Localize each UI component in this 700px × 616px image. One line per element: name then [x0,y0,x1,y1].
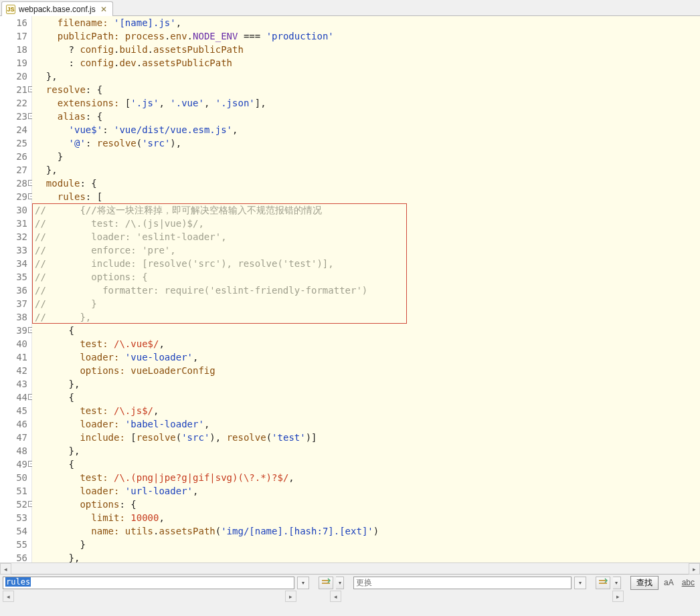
code-line[interactable]: : config.dev.assetsPublicPath [32,56,700,70]
tab-filename: webpack.base.conf.js [19,5,96,14]
code-line[interactable]: options: { [32,498,700,511]
line-number: 19 [0,56,27,70]
code-line[interactable]: }, [32,551,700,562]
match-case-toggle[interactable]: aA [661,578,677,587]
line-number: 35 [0,270,27,284]
line-number: 42 [0,364,27,377]
code-line[interactable]: options: vueLoaderConfig [32,364,700,377]
code-line[interactable]: // include: [resolve('src'), resolve('te… [32,257,700,270]
code-line[interactable]: loader: 'babel-loader', [32,417,700,431]
scroll-right-icon[interactable]: ▸ [689,563,700,575]
line-number: 50 [0,471,27,484]
code-line[interactable]: } [32,150,700,163]
code-line[interactable]: { [32,391,700,404]
code-line[interactable]: filename: '[name].js', [32,16,700,29]
code-line[interactable]: // formatter: require('eslint-friendly-f… [32,284,700,297]
code-area[interactable]: filename: '[name].js', publicPath: proce… [32,16,700,562]
line-number: 24 [0,123,27,136]
code-line[interactable]: { [32,457,700,471]
code-line[interactable]: test: /\.vue$/, [32,337,700,350]
line-number-gutter[interactable]: -------- 1617181920212223242526272829303… [0,16,32,562]
editor-horizontal-scrollbar[interactable]: ◂ ▸ [0,562,700,574]
code-line[interactable]: test: /\.js$/, [32,404,700,417]
line-number: 29 [0,190,27,203]
replace-history-dropdown[interactable]: ▾ [574,577,586,589]
replace-input[interactable] [353,577,572,589]
code-line[interactable]: '@': resolve('src'), [32,136,700,150]
scroll-left-icon[interactable]: ◂ [330,591,341,602]
line-number: 32 [0,230,27,243]
line-number: 25 [0,136,27,150]
line-number: 27 [0,163,27,177]
code-editor[interactable]: -------- 1617181920212223242526272829303… [0,16,700,575]
line-number: 55 [0,538,27,551]
code-line[interactable]: // options: { [32,270,700,284]
replace-options-button[interactable] [596,577,610,589]
code-line[interactable]: test: /\.(png|jpe?g|gif|svg)(\?.*)?$/, [32,471,700,484]
code-line[interactable]: }, [32,444,700,457]
code-line[interactable]: name: utils.assetsPath('img/[name].[hash… [32,524,700,538]
code-line[interactable]: } [32,538,700,551]
find-input[interactable]: rules [3,577,294,589]
find-options-button[interactable] [319,577,333,589]
line-number: 16 [0,16,27,29]
close-icon[interactable]: ✕ [100,5,107,14]
code-line[interactable]: ? config.build.assetsPublicPath [32,43,700,56]
code-line[interactable]: }, [32,70,700,83]
search-button[interactable]: 查找 [630,576,659,590]
code-line[interactable]: publicPath: process.env.NODE_ENV === 'pr… [32,29,700,43]
line-number: 26 [0,150,27,163]
code-line[interactable]: // loader: 'eslint-loader', [32,230,700,243]
code-line[interactable]: // test: /\.(js|vue)$/, [32,217,700,230]
code-line[interactable]: extensions: ['.js', '.vue', '.json'], [32,96,700,110]
code-line[interactable]: rules: [ [32,190,700,203]
line-number: 28 [0,177,27,190]
line-number: 43 [0,377,27,391]
line-number: 40 [0,337,27,350]
find-replace-bar: rules ▾ ▾ ▾ ▾ 查找 aA abc ◂ ▸ ◂ ▸ [0,575,700,604]
line-number: 51 [0,484,27,498]
find-options-menu[interactable]: ▾ [336,577,344,589]
code-line[interactable]: { [32,324,700,337]
code-line[interactable]: // }, [32,310,700,324]
find-history-dropdown[interactable]: ▾ [297,577,309,589]
tab-webpack-base-conf[interactable]: JS webpack.base.conf.js ✕ [1,1,113,16]
line-number: 44 [0,391,27,404]
code-line[interactable]: resolve: { [32,83,700,96]
line-number: 17 [0,29,27,43]
svg-rect-3 [599,583,607,584]
line-number: 21 [0,83,27,96]
code-line[interactable]: }, [32,377,700,391]
code-line[interactable]: 'vue$': 'vue/dist/vue.esm.js', [32,123,700,136]
line-number: 46 [0,417,27,431]
code-line[interactable]: alias: { [32,110,700,123]
line-number: 39 [0,324,27,337]
replace-options-menu[interactable]: ▾ [613,577,621,589]
code-line[interactable]: include: [resolve('src'), resolve('test'… [32,431,700,444]
svg-rect-2 [599,580,607,581]
line-number: 38 [0,310,27,324]
line-number: 49 [0,457,27,471]
scroll-left-icon[interactable]: ◂ [3,591,14,602]
line-number: 34 [0,257,27,270]
code-line[interactable]: // } [32,297,700,310]
svg-rect-0 [322,580,330,581]
tabbar: JS webpack.base.conf.js ✕ [0,0,700,16]
code-line[interactable]: limit: 10000, [32,511,700,524]
code-line[interactable]: loader: 'vue-loader', [32,350,700,364]
find-input-value: rules [5,577,31,587]
code-line[interactable]: // enforce: 'pre', [32,243,700,257]
scroll-left-icon[interactable]: ◂ [0,563,11,575]
scroll-right-icon[interactable]: ▸ [612,591,624,602]
line-number: 22 [0,96,27,110]
line-number: 52 [0,498,27,511]
code-line[interactable]: loader: 'url-loader', [32,484,700,498]
scroll-right-icon[interactable]: ▸ [285,591,296,602]
line-number: 20 [0,70,27,83]
findbar-scroll-row: ◂ ▸ ◂ ▸ [3,591,697,602]
line-number: 54 [0,524,27,538]
code-line[interactable]: module: { [32,177,700,190]
whole-word-toggle[interactable]: abc [679,578,697,587]
code-line[interactable]: }, [32,163,700,177]
code-line[interactable]: // {//将这一块注释掉，即可解决空格输入不规范报错的情况 [32,203,700,217]
